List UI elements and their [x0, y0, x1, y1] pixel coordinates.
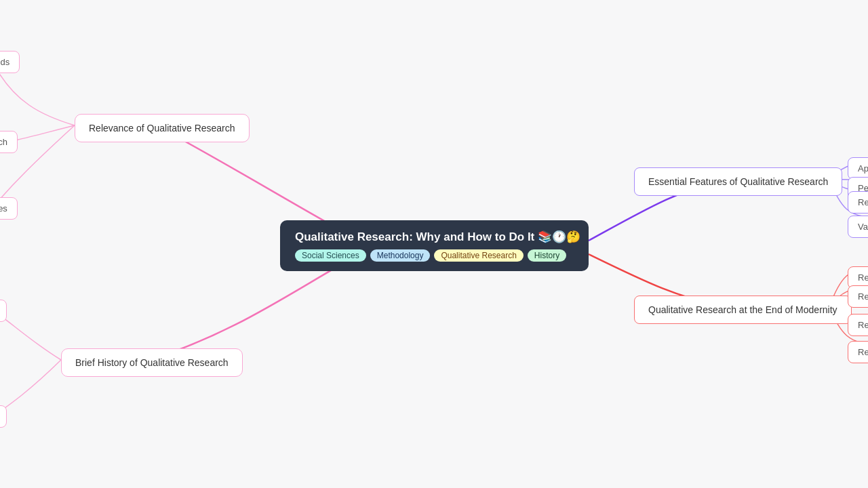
node-varie: Varie	[848, 216, 868, 238]
tag-social-sciences[interactable]: Social Sciences	[295, 249, 366, 262]
node-relevance[interactable]: Relevance of Qualitative Research	[75, 114, 250, 142]
tag-methodology[interactable]: Methodology	[370, 249, 431, 262]
center-title: Qualitative Research: Why and How to Do …	[295, 230, 574, 244]
node-re3: Re	[848, 314, 868, 336]
center-node[interactable]: Qualitative Research: Why and How to Do …	[280, 220, 589, 271]
node-refle: Refle	[848, 191, 868, 214]
node-re2: Re	[848, 285, 868, 308]
node-of-life-worlds: of Life Worlds	[0, 51, 20, 73]
node-ive-research: ive Research	[0, 131, 18, 153]
tag-history[interactable]: History	[528, 249, 566, 262]
node-re4: Re	[848, 341, 868, 363]
node-essential-features[interactable]: Essential Features of Qualitative Resear…	[634, 167, 842, 196]
node-brief-history[interactable]: Brief History of Qualitative Research	[61, 348, 243, 377]
node-velopment-bot: velopment	[0, 405, 7, 428]
tag-qualitative-research[interactable]: Qualitative Research	[434, 249, 523, 262]
center-tags: Social Sciences Methodology Qualitative …	[295, 249, 574, 262]
node-end-modernity[interactable]: Qualitative Research at the End of Moder…	[634, 296, 852, 324]
node-ch-strategies: ch Strategies	[0, 197, 18, 220]
node-velopment-top: velopment	[0, 300, 7, 322]
